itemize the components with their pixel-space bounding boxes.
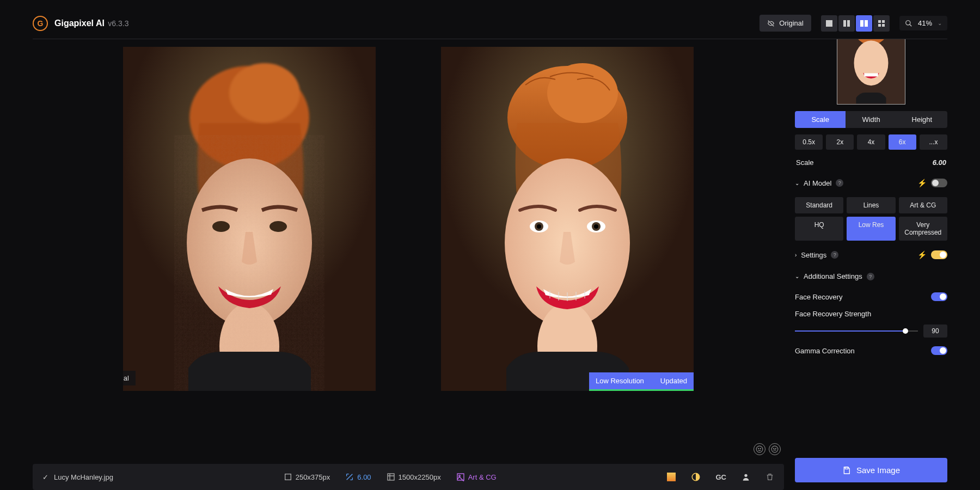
original-image	[123, 47, 376, 391]
check-icon: ✓	[42, 473, 48, 481]
source-resolution: 250x375px	[284, 473, 330, 481]
settings-auto-toggle[interactable]	[931, 250, 947, 259]
chevron-down-icon: ⌄	[795, 180, 799, 186]
scale-indicator: 6.00	[345, 473, 371, 481]
svg-rect-8	[882, 24, 885, 27]
scale-0-5x[interactable]: 0.5x	[795, 134, 823, 150]
svg-point-25	[537, 224, 541, 229]
svg-rect-3	[860, 20, 863, 27]
svg-line-10	[910, 24, 912, 26]
model-art-cg[interactable]: Art & CG	[899, 197, 947, 213]
model-hq[interactable]: HQ	[795, 217, 843, 241]
scale-6x[interactable]: 6x	[889, 134, 916, 150]
settings-label: Settings	[801, 251, 826, 259]
svg-rect-40	[285, 474, 291, 480]
zoom-icon	[905, 20, 912, 27]
svg-rect-5	[878, 20, 881, 23]
original-pane[interactable]: Original	[123, 47, 376, 391]
sidebar: Scale Width Height 0.5x 2x 4x 6x ...x Sc…	[795, 39, 947, 490]
original-label: Original	[123, 371, 136, 385]
contrast-icon	[691, 472, 701, 482]
svg-point-16	[212, 221, 230, 232]
svg-point-17	[270, 221, 287, 232]
face-recovery-toggle[interactable]	[931, 292, 947, 301]
gamma-indicator: GC	[716, 473, 727, 481]
svg-point-20	[547, 63, 618, 123]
bolt-icon: ⚡	[917, 250, 927, 259]
file-selected[interactable]: ✓ Lucy McHanley.jpg	[42, 473, 113, 481]
tab-height[interactable]: Height	[897, 111, 947, 128]
app-name: Gigapixel AI	[54, 19, 105, 28]
tab-scale[interactable]: Scale	[795, 111, 846, 128]
ai-model-section-head[interactable]: ⌄ AI Model ? ⚡	[795, 175, 947, 191]
original-toggle-label: Original	[779, 19, 804, 27]
canvas-area: Original	[33, 39, 784, 490]
svg-rect-41	[388, 474, 394, 480]
svg-point-34	[756, 446, 763, 452]
view-mode-group	[821, 15, 890, 32]
model-low-res[interactable]: Low Res	[847, 217, 895, 241]
tab-width[interactable]: Width	[846, 111, 896, 128]
face-strength-slider[interactable]	[795, 330, 918, 332]
save-image-button[interactable]: Save Image	[795, 458, 947, 482]
app-version: v6.3.3	[108, 19, 128, 28]
model-lines[interactable]: Lines	[847, 197, 895, 213]
model-very-compressed[interactable]: Very Compressed	[899, 217, 947, 241]
scale-value-row: Scale 6.00	[795, 156, 947, 169]
svg-point-13	[229, 63, 300, 123]
model-standard[interactable]: Standard	[795, 197, 843, 213]
delete-button[interactable]	[765, 473, 774, 481]
face-recovery-row: Face Recovery	[795, 290, 947, 303]
svg-rect-4	[865, 20, 868, 27]
svg-rect-0	[826, 20, 832, 27]
scale-custom[interactable]: ...x	[920, 134, 947, 150]
bolt-icon: ⚡	[917, 179, 927, 187]
help-icon[interactable]: ?	[831, 251, 838, 259]
svg-point-36	[760, 448, 761, 449]
trash-icon	[765, 473, 774, 481]
chevron-right-icon: ›	[795, 252, 797, 258]
view-single-button[interactable]	[821, 15, 837, 32]
result-mode-label: Low Resolution	[596, 377, 644, 385]
output-icon	[387, 473, 395, 481]
compare-icon[interactable]	[691, 472, 701, 482]
save-button-label: Save Image	[856, 465, 900, 475]
help-icon[interactable]: ?	[836, 179, 843, 187]
rate-bad-button[interactable]	[769, 443, 781, 455]
result-status-label: Updated	[660, 377, 687, 385]
svg-rect-7	[878, 24, 881, 27]
svg-point-28	[594, 224, 598, 229]
result-pane[interactable]: Low Resolution Updated	[441, 47, 694, 391]
svg-rect-50	[845, 467, 848, 469]
resize-mode-tabs: Scale Width Height	[795, 111, 947, 128]
app-logo-icon: G	[33, 16, 48, 31]
zoom-value: 41%	[918, 19, 932, 27]
svg-point-37	[771, 446, 778, 452]
face-strength-label: Face Recovery Strength	[795, 310, 947, 318]
svg-point-39	[775, 448, 776, 449]
model-indicator: Art & CG	[456, 473, 497, 481]
color-swatch-icon[interactable]	[667, 473, 676, 481]
scale-presets: 0.5x 2x 4x 6x ...x	[795, 134, 947, 150]
navigator-thumbnail[interactable]	[837, 39, 905, 105]
expand-icon	[345, 473, 354, 481]
ai-model-auto-toggle[interactable]	[931, 179, 947, 187]
view-split-button[interactable]	[838, 15, 855, 32]
original-toggle-button[interactable]: Original	[759, 15, 811, 32]
scale-2x[interactable]: 2x	[826, 134, 854, 150]
view-side-by-side-button[interactable]	[856, 15, 872, 32]
frown-icon	[771, 445, 779, 453]
result-badge: Low Resolution Updated	[589, 372, 694, 391]
view-grid-button[interactable]	[873, 15, 890, 32]
gamma-toggle[interactable]	[931, 346, 947, 355]
topbar: G Gigapixel AI v6.3.3 Original 41% ⌄	[33, 8, 947, 39]
chevron-down-icon: ⌄	[938, 20, 942, 26]
settings-section-head[interactable]: › Settings ? ⚡	[795, 247, 947, 262]
svg-point-9	[906, 20, 910, 24]
help-icon[interactable]: ?	[867, 273, 874, 280]
additional-settings-head[interactable]: ⌄ Additional Settings ?	[795, 269, 947, 284]
zoom-control[interactable]: 41% ⌄	[899, 16, 947, 30]
rate-good-button[interactable]	[754, 443, 765, 455]
face-strength-value[interactable]: 90	[923, 324, 947, 338]
scale-4x[interactable]: 4x	[857, 134, 885, 150]
